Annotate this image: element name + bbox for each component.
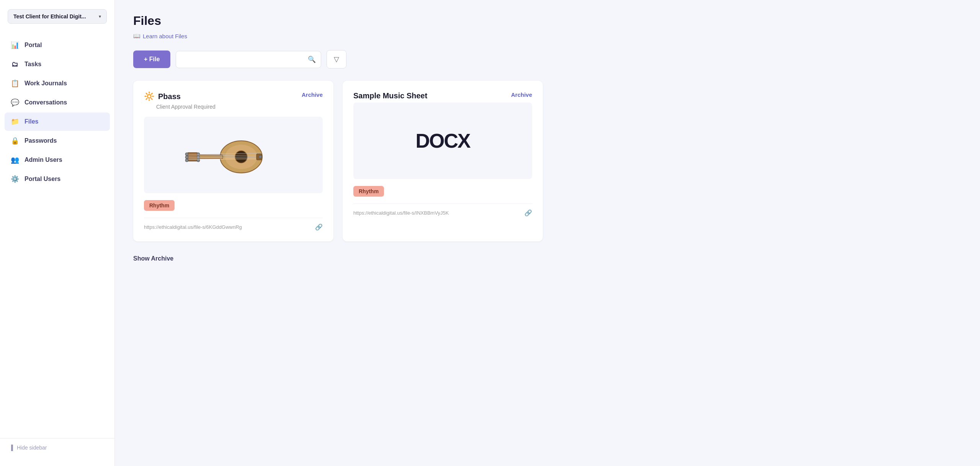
file-card-sample-music-sheet: Sample Music Sheet Archive DOCX Rhythm h… bbox=[343, 81, 543, 241]
search-input[interactable] bbox=[176, 51, 321, 68]
copy-link-icon[interactable]: 🔗 bbox=[524, 209, 532, 217]
sidebar-item-label: Work Journals bbox=[24, 80, 67, 87]
svg-point-6 bbox=[185, 156, 188, 159]
sidebar-item-conversations[interactable]: 💬 Conversations bbox=[5, 93, 110, 112]
file-preview bbox=[144, 117, 323, 193]
hide-sidebar-button[interactable]: ▐ Hide sidebar bbox=[9, 445, 105, 451]
sidebar-bottom: ▐ Hide sidebar bbox=[0, 438, 114, 457]
portal-users-icon: ⚙️ bbox=[11, 175, 19, 183]
sidebar-item-label: Files bbox=[24, 118, 38, 125]
hide-sidebar-label: Hide sidebar bbox=[17, 445, 47, 451]
svg-point-8 bbox=[197, 153, 200, 156]
file-card-header: 🔆 Pbass Archive bbox=[144, 91, 323, 101]
file-tag: Rhythm bbox=[144, 200, 175, 211]
tag-list: Rhythm bbox=[144, 200, 323, 211]
admin-users-icon: 👥 bbox=[11, 156, 19, 164]
docx-label: DOCX bbox=[415, 106, 470, 175]
file-card-title-wrap: 🔆 Pbass bbox=[144, 91, 181, 101]
workspace-selector[interactable]: Test Client for Ethical Digit... ▾ bbox=[8, 9, 107, 24]
page-title: Files bbox=[133, 14, 962, 28]
sidebar-item-tasks[interactable]: 🗂 Tasks bbox=[5, 55, 110, 73]
file-card-title-wrap: Sample Music Sheet bbox=[353, 91, 427, 100]
sidebar-item-label: Passwords bbox=[24, 137, 57, 144]
file-card-header: Sample Music Sheet Archive bbox=[353, 91, 532, 100]
search-icon: 🔍 bbox=[308, 55, 316, 64]
file-tag: Rhythm bbox=[353, 186, 384, 197]
hide-sidebar-icon: ▐ bbox=[9, 445, 13, 451]
file-card-pbass: 🔆 Pbass Archive Client Approval Required bbox=[133, 81, 333, 241]
sidebar-item-label: Portal Users bbox=[24, 176, 60, 182]
sidebar-item-admin-users[interactable]: 👥 Admin Users bbox=[5, 151, 110, 169]
nav-items: 📊 Portal 🗂 Tasks 📋 Work Journals 💬 Conve… bbox=[0, 36, 114, 438]
sidebar-item-label: Admin Users bbox=[24, 156, 62, 163]
conversations-icon: 💬 bbox=[11, 98, 19, 107]
guitar-svg bbox=[180, 132, 287, 178]
add-file-button[interactable]: + File bbox=[133, 51, 170, 68]
sidebar-item-work-journals[interactable]: 📋 Work Journals bbox=[5, 74, 110, 93]
file-card-name: Sample Music Sheet bbox=[353, 91, 427, 100]
main-content: Files 📖 Learn about Files + File 🔍 ▽ 🔆 P… bbox=[115, 0, 980, 466]
passwords-icon: 🔒 bbox=[11, 137, 19, 145]
workspace-chevron-icon: ▾ bbox=[99, 14, 101, 19]
files-grid: 🔆 Pbass Archive Client Approval Required bbox=[133, 81, 962, 241]
file-url: https://ethicaldigital.us/file-s/INXBBmV… bbox=[353, 210, 449, 216]
file-url-row: https://ethicaldigital.us/file-s/6KGddGw… bbox=[144, 218, 323, 231]
show-archive-button[interactable]: Show Archive bbox=[133, 255, 173, 262]
file-emoji: 🔆 bbox=[144, 91, 154, 101]
learn-icon: 📖 bbox=[133, 33, 140, 39]
sidebar-item-label: Conversations bbox=[24, 99, 67, 106]
portal-icon: 📊 bbox=[11, 41, 19, 49]
search-wrap: 🔍 bbox=[176, 51, 321, 68]
filter-button[interactable]: ▽ bbox=[327, 50, 346, 68]
work-journals-icon: 📋 bbox=[11, 79, 19, 88]
svg-point-5 bbox=[185, 153, 188, 156]
workspace-name: Test Client for Ethical Digit... bbox=[13, 13, 86, 20]
file-card-name: Pbass bbox=[158, 92, 181, 101]
sidebar-item-label: Tasks bbox=[24, 61, 41, 68]
files-icon: 📁 bbox=[11, 117, 19, 126]
file-preview: DOCX bbox=[353, 103, 532, 179]
sidebar-item-portal[interactable]: 📊 Portal bbox=[5, 36, 110, 54]
tag-list: Rhythm bbox=[353, 186, 532, 197]
learn-link-text: Learn about Files bbox=[143, 33, 187, 39]
copy-link-icon[interactable]: 🔗 bbox=[315, 223, 323, 231]
svg-point-16 bbox=[259, 155, 262, 158]
svg-rect-4 bbox=[187, 153, 198, 161]
archive-button[interactable]: Archive bbox=[511, 91, 532, 98]
svg-point-7 bbox=[185, 159, 188, 162]
archive-button[interactable]: Archive bbox=[302, 91, 323, 98]
svg-point-9 bbox=[197, 156, 200, 159]
sidebar-item-passwords[interactable]: 🔒 Passwords bbox=[5, 132, 110, 150]
toolbar: + File 🔍 ▽ bbox=[133, 50, 962, 68]
file-url: https://ethicaldigital.us/file-s/6KGddGw… bbox=[144, 224, 242, 230]
tasks-icon: 🗂 bbox=[11, 60, 19, 68]
sidebar-item-portal-users[interactable]: ⚙️ Portal Users bbox=[5, 170, 110, 188]
file-subtitle: Client Approval Required bbox=[156, 104, 323, 110]
add-file-label: + File bbox=[144, 56, 160, 63]
sidebar-item-files[interactable]: 📁 Files bbox=[5, 112, 110, 131]
sidebar: Test Client for Ethical Digit... ▾ 📊 Por… bbox=[0, 0, 115, 466]
filter-icon: ▽ bbox=[334, 55, 339, 63]
learn-about-files-link[interactable]: 📖 Learn about Files bbox=[133, 33, 187, 39]
sidebar-item-label: Portal bbox=[24, 42, 42, 49]
file-url-row: https://ethicaldigital.us/file-s/INXBBmV… bbox=[353, 204, 532, 217]
